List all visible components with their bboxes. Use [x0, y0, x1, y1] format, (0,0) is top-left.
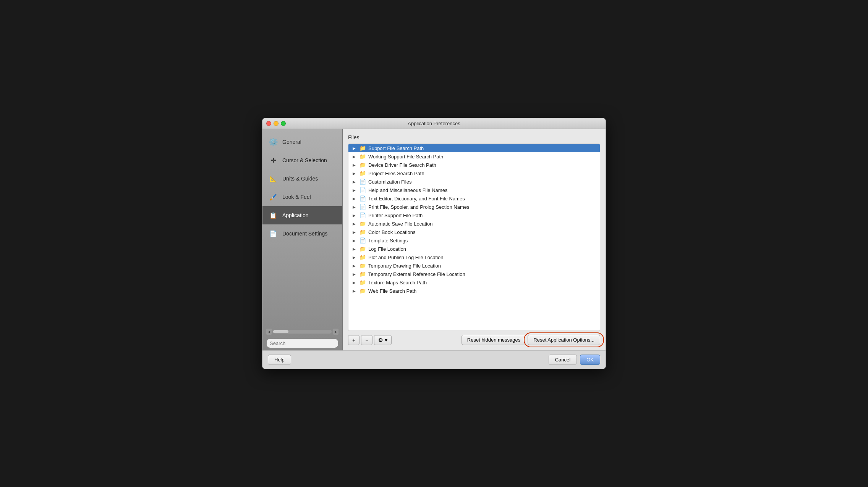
expand-arrow-icon: ▶	[351, 180, 357, 184]
application-preferences-window: Application Preferences ⚙️ General ✛ Cur…	[262, 118, 606, 369]
file-type-icon: 📁	[359, 279, 366, 285]
search-input[interactable]	[266, 339, 338, 348]
sidebar: ⚙️ General ✛ Cursor & Selection 📐 Units …	[262, 129, 343, 350]
file-type-icon: 📁	[359, 153, 366, 160]
file-type-icon: 📄	[359, 212, 366, 218]
file-list-item[interactable]: ▶📁Support File Search Path	[348, 144, 600, 152]
expand-arrow-icon: ▶	[351, 239, 357, 243]
window-body: ⚙️ General ✛ Cursor & Selection 📐 Units …	[262, 129, 606, 350]
file-type-icon: 📁	[359, 271, 366, 277]
sidebar-label-cursor: Cursor & Selection	[282, 157, 327, 163]
sidebar-item-document[interactable]: 📄 Document Settings	[262, 224, 342, 243]
file-type-icon: 📁	[359, 229, 366, 235]
reset-hidden-messages-button[interactable]: Reset hidden messages	[462, 335, 526, 345]
file-list-item[interactable]: ▶📄Help and Miscellaneous File Names	[348, 186, 600, 194]
add-button[interactable]: +	[348, 335, 360, 345]
file-type-icon: 📁	[359, 246, 366, 252]
sidebar-scrollbar[interactable]	[273, 330, 332, 334]
window-title: Application Preferences	[408, 121, 460, 126]
file-list-item[interactable]: ▶📁Temporary External Reference File Loca…	[348, 270, 600, 278]
expand-arrow-icon: ▶	[351, 222, 357, 226]
file-type-icon: 📄	[359, 237, 366, 244]
minimize-button[interactable]	[274, 121, 279, 126]
ok-button[interactable]: OK	[580, 355, 600, 365]
file-list-item[interactable]: ▶📁Device Driver File Search Path	[348, 161, 600, 169]
file-type-icon: 📁	[359, 221, 366, 227]
file-type-icon: 📄	[359, 204, 366, 210]
file-list: ▶📁Support File Search Path▶📁Working Supp…	[348, 144, 600, 331]
file-item-label: Printer Support File Path	[368, 213, 597, 218]
file-toolbar: + − ⚙ ▾ Reset hidden messages Reset Appl…	[348, 335, 600, 345]
file-item-label: Project Files Search Path	[368, 171, 597, 176]
sidebar-label-units: Units & Guides	[282, 176, 318, 182]
scroll-left-arrow[interactable]: ◀	[266, 329, 272, 335]
expand-arrow-icon: ▶	[351, 264, 357, 268]
file-list-item[interactable]: ▶📁Automatic Save File Location	[348, 219, 600, 228]
help-button[interactable]: Help	[268, 355, 291, 365]
file-list-item[interactable]: ▶📄Text Editor, Dictionary, and Font File…	[348, 194, 600, 203]
file-list-item[interactable]: ▶📁Working Support File Search Path	[348, 152, 600, 161]
file-list-item[interactable]: ▶📁Temporary Drawing File Location	[348, 261, 600, 270]
file-item-label: Working Support File Search Path	[368, 154, 597, 160]
reset-application-options-button[interactable]: Reset Application Options...	[528, 335, 600, 345]
file-item-label: Temporary Drawing File Location	[368, 263, 597, 269]
expand-arrow-icon: ▶	[351, 213, 357, 218]
file-item-label: Web File Search Path	[368, 288, 597, 294]
file-type-icon: 📁	[359, 254, 366, 260]
file-item-label: Support File Search Path	[368, 145, 597, 151]
file-type-icon: 📁	[359, 145, 366, 151]
expand-arrow-icon: ▶	[351, 289, 357, 293]
file-item-label: Texture Maps Search Path	[368, 280, 597, 285]
file-item-label: Plot and Publish Log File Location	[368, 255, 597, 260]
file-type-icon: 📁	[359, 170, 366, 176]
file-item-label: Print File, Spooler, and Prolog Section …	[368, 204, 597, 210]
file-list-item[interactable]: ▶📁Project Files Search Path	[348, 169, 600, 177]
expand-arrow-icon: ▶	[351, 171, 357, 176]
file-list-item[interactable]: ▶📁Texture Maps Search Path	[348, 278, 600, 287]
sidebar-scrollbar-thumb	[273, 330, 288, 333]
file-type-icon: 📄	[359, 187, 366, 193]
file-type-icon: 📁	[359, 263, 366, 269]
sidebar-label-document: Document Settings	[282, 231, 327, 237]
document-icon: 📄	[268, 228, 279, 239]
main-content: Files ▶📁Support File Search Path▶📁Workin…	[343, 129, 606, 350]
reset-options-container: Reset Application Options...	[528, 335, 600, 345]
look-icon: 🖌️	[268, 192, 279, 202]
file-item-label: Template Settings	[368, 238, 597, 244]
maximize-button[interactable]	[281, 121, 286, 126]
file-list-item[interactable]: ▶📁Plot and Publish Log File Location	[348, 253, 600, 261]
title-bar: Application Preferences	[262, 118, 606, 129]
cursor-icon: ✛	[268, 155, 279, 166]
file-type-icon: 📄	[359, 179, 366, 185]
file-list-item[interactable]: ▶📁Log File Location	[348, 245, 600, 253]
sidebar-item-application[interactable]: 📋 Application	[262, 206, 342, 224]
remove-button[interactable]: −	[361, 335, 372, 345]
sidebar-item-units[interactable]: 📐 Units & Guides	[262, 169, 342, 188]
close-button[interactable]	[266, 121, 271, 126]
file-list-item[interactable]: ▶📄Printer Support File Path	[348, 211, 600, 219]
file-item-label: Color Book Locations	[368, 229, 597, 235]
expand-arrow-icon: ▶	[351, 281, 357, 285]
file-item-label: Temporary External Reference File Locati…	[368, 271, 597, 277]
expand-arrow-icon: ▶	[351, 230, 357, 234]
application-icon: 📋	[268, 210, 279, 221]
expand-arrow-icon: ▶	[351, 188, 357, 192]
file-item-label: Customization Files	[368, 179, 597, 185]
file-list-item[interactable]: ▶📄Template Settings	[348, 236, 600, 245]
file-type-icon: 📄	[359, 195, 366, 202]
settings-dropdown-button[interactable]: ⚙ ▾	[374, 335, 392, 345]
file-item-label: Automatic Save File Location	[368, 221, 597, 227]
file-item-label: Log File Location	[368, 246, 597, 252]
file-list-item[interactable]: ▶📄Print File, Spooler, and Prolog Sectio…	[348, 203, 600, 211]
expand-arrow-icon: ▶	[351, 155, 357, 159]
file-list-item[interactable]: ▶📄Customization Files	[348, 177, 600, 186]
cancel-button[interactable]: Cancel	[549, 355, 577, 365]
sidebar-item-general[interactable]: ⚙️ General	[262, 133, 342, 151]
expand-arrow-icon: ▶	[351, 272, 357, 276]
file-list-item[interactable]: ▶📁Color Book Locations	[348, 228, 600, 236]
sidebar-item-cursor[interactable]: ✛ Cursor & Selection	[262, 151, 342, 169]
file-list-item[interactable]: ▶📁Web File Search Path	[348, 287, 600, 295]
scroll-right-arrow[interactable]: ▶	[333, 329, 338, 335]
sidebar-item-look[interactable]: 🖌️ Look & Feel	[262, 188, 342, 206]
sidebar-search-container	[266, 339, 338, 348]
